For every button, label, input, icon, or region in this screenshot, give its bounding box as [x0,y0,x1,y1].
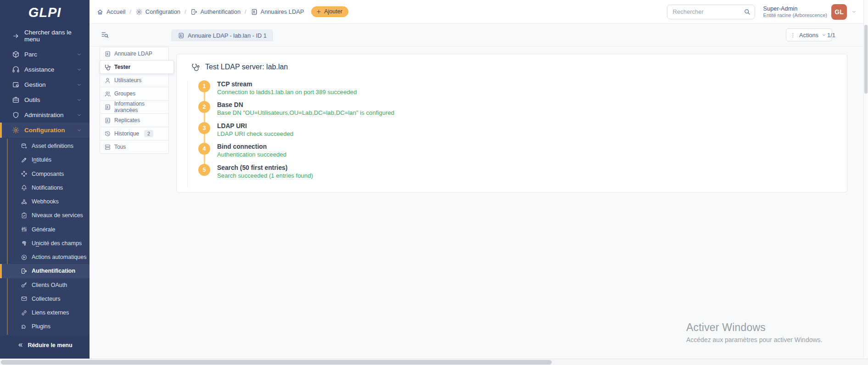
sidebar-subitem-generale[interactable]: Générale [0,223,90,236]
sidebar-subitem-label: Composants [32,170,64,178]
sidebar-scroll-up-arrow[interactable] [84,2,89,6]
vertical-scrollbar-thumb[interactable] [864,25,868,94]
filter-list-button[interactable] [101,30,109,39]
tab-utilisateurs[interactable]: Utilisateurs [100,73,169,87]
content-area: Annuaire LDAPTesterUtilisateursGroupesIn… [90,46,863,359]
step-title: Search (50 first entries) [217,164,313,172]
step-number: 2 [198,101,210,113]
sidebar-subitem-label: Actions automatiques [32,253,87,261]
sidebar-item-label: Parc [24,51,37,58]
sidebar-subitem-label: Asset definitions [32,142,73,150]
current-item-label: Annuaire LDAP - lab.lan - ID 1 [188,32,267,39]
breadcrumb-item-accueil[interactable]: Accueil [96,8,125,16]
collapse-menu-label: Réduire le menu [28,342,72,348]
step-number: 1 [198,80,210,92]
breadcrumb-item-configuration[interactable]: Configuration [135,8,180,16]
tab-label: Historique [114,130,139,137]
pencil-icon [21,157,28,163]
box-icon [12,51,20,58]
user-icon [104,77,111,84]
breadcrumb-separator: / [129,8,131,15]
horizontal-scrollbar-thumb[interactable] [1,360,552,365]
sidebar-search-item[interactable]: Chercher dans le menu [0,25,90,47]
global-search-input[interactable] [667,5,755,19]
sidebar-subitem-unicite-des-champs[interactable]: Unicité des champs [0,236,90,250]
tab-informations-avancees[interactable]: Informations avancées [100,100,169,114]
chevron-down-icon [76,51,82,57]
breadcrumb-item-authentification[interactable]: Authentification [190,8,241,16]
chevron-down-icon [76,112,82,118]
sidebar-item-gestion[interactable]: Gestion [0,77,90,92]
chevron-down-icon [76,82,82,88]
current-item-badge[interactable]: Annuaire LDAP - lab.lan - ID 1 [171,29,273,41]
sidebar-subitem-clients-oauth[interactable]: Clients OAuth [0,278,90,292]
breadcrumb-label: Configuration [146,8,180,15]
tab-replicates[interactable]: Replicates [100,113,169,127]
sidebar-item-assistance[interactable]: Assistance [0,62,90,77]
shield-icon [12,111,20,119]
test-step: 2Base DNBase DN "OU=Utilisateurs,OU=Lab,… [198,101,394,122]
step-number: 4 [198,143,210,155]
breadcrumb-separator: / [245,8,246,15]
stethoscope-icon [104,64,111,71]
configuration-submenu: Asset definitionsIntitulésComposantsNoti… [0,138,90,336]
collapse-menu-button[interactable]: Réduire le menu [0,338,90,352]
users-icon [104,90,111,97]
dots-vertical-icon [790,32,796,39]
horizontal-scrollbar[interactable] [0,359,868,365]
add-button[interactable]: Ajouter [311,6,348,17]
sidebar-subitem-intitules[interactable]: Intitulés [0,153,90,167]
glpi-logo[interactable]: GLPI [0,0,90,25]
breadcrumb-label: Annuaires LDAP [261,8,304,15]
item-toolbar: Annuaire LDAP - lab.lan - ID 1 Actions 1… [90,24,863,46]
sidebar-item-parc[interactable]: Parc [0,47,90,62]
sidebar-item-administration[interactable]: Administration [0,107,90,123]
puzzle-icon [21,323,28,330]
sidebar-subitem-notifications[interactable]: Notifications [0,181,90,195]
sidebar-subitem-collecteurs[interactable]: Collecteurs [0,292,90,306]
sidebar-item-configuration[interactable]: Configuration [0,123,90,138]
sidebar-subitem-plugins[interactable]: Plugins [0,320,90,333]
sidebar-subitem-authentification[interactable]: Authentification [0,264,90,278]
stack-icon [104,144,111,151]
step-result: Connection to ladds1.lab.lan on port 389… [217,89,357,96]
components-icon [21,170,28,177]
breadcrumb-label: Accueil [106,8,125,15]
login-icon [190,8,198,16]
user-menu[interactable]: Super-Admin Entité racine (Arborescence)… [763,4,857,20]
step-text: Bind connectionAuthentication succeeded [217,143,286,158]
sidebar-item-outils[interactable]: Outils [0,92,90,107]
sidebar-subitem-label: Générale [32,226,55,233]
sidebar-subitem-niveaux-de-services[interactable]: Niveaux de services [0,208,90,222]
avatar: GL [831,4,847,20]
step-title: TCP stream [217,80,357,88]
webhook-icon [21,198,28,205]
breadcrumb-item-annuaires-ldap[interactable]: Annuaires LDAP [251,8,304,16]
actions-button[interactable]: Actions [786,28,832,41]
sidebar-subitem-webhooks[interactable]: Webhooks [0,195,90,208]
step-title: Bind connection [217,143,286,151]
tab-tous[interactable]: Tous [100,140,169,154]
user-entity: Entité racine (Arborescence) [763,12,827,19]
sidebar-subitem-asset-definitions[interactable]: Asset definitions [0,139,90,153]
add-button-label: Ajouter [324,8,342,15]
vertical-scrollbar[interactable] [863,0,868,359]
tab-historique[interactable]: Historique2 [100,127,169,140]
tab-badge: 2 [144,130,153,137]
sidebar-subitem-composants[interactable]: Composants [0,167,90,181]
sidebar-search-label: Chercher dans le menu [24,29,85,43]
adjustments-icon [21,226,28,233]
card-header: Test LDAP server: lab.lan [191,62,288,72]
tab-groupes[interactable]: Groupes [100,87,169,101]
test-step: 3LDAP URILDAP URI check succeeded [198,122,394,143]
tab-tester[interactable]: Tester [100,60,174,74]
tab-label: Groupes [114,90,135,97]
address-book-icon [178,32,185,39]
tab-annuaire-ldap[interactable]: Annuaire LDAP [100,47,169,61]
step-result: LDAP URI check succeeded [217,130,293,138]
step-result: Base DN "OU=Utilisateurs,OU=Lab,DC=lab,D… [217,109,394,117]
sidebar-subitem-actions-automatiques[interactable]: Actions automatiques [0,250,90,264]
sidebar-subitem-liens-externes[interactable]: Liens externes [0,306,90,320]
tab-label: Tester [114,64,130,70]
chevrons-left-icon [17,342,24,348]
